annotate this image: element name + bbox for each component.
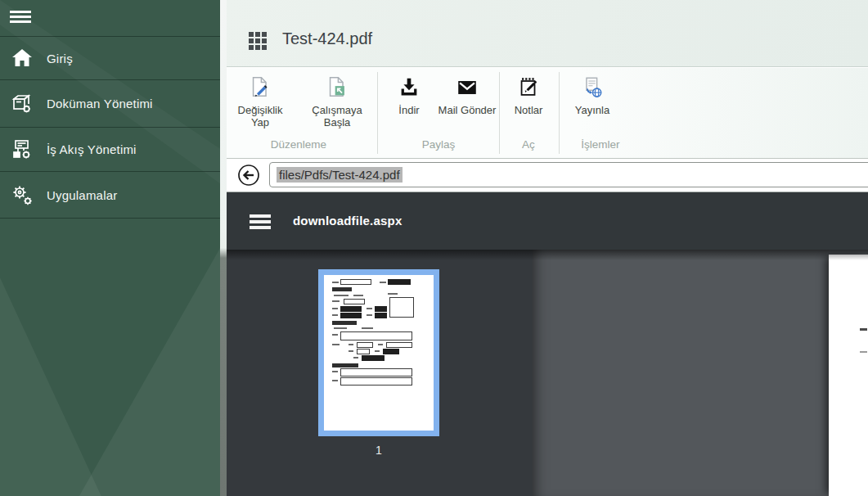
button-label: Çalışmaya Başla [304,104,370,129]
sidebar-item-is-akis-yonetimi[interactable]: İş Akış Yönetimi [0,127,220,171]
group-label-duzenleme: Düzenleme [250,138,348,151]
indir-button[interactable]: İndir [380,73,438,148]
mail-gonder-button[interactable]: Mail Gönder [434,73,500,148]
pdf-viewer-header: downloadfile.aspx [227,192,868,250]
url-input[interactable]: files/Pdfs/Test-424.pdf [269,162,868,187]
sidebar-item-label: Giriş [47,52,73,65]
document-title: Test-424.pdf [282,29,372,48]
notlar-button[interactable]: Notlar [500,73,557,148]
button-label: Değişiklik Yap [227,104,293,129]
edit-document-icon [248,75,272,100]
page-thumbnail-selected[interactable] [318,269,439,436]
pdf-viewer: downloadfile.aspx 1 [227,192,868,496]
document-header: Test-424.pdf [227,0,868,67]
sidebar-item-label: Doküman Yönetimi [47,97,153,110]
sidebar-item-label: Uygulamalar [47,188,117,202]
document-page-edge [829,255,868,496]
calismaya-basla-button[interactable]: Çalışmaya Başla [304,73,370,148]
checkout-document-icon [325,75,349,100]
apps-grid-icon[interactable] [249,32,267,50]
home-icon [9,45,35,71]
thumbnail-panel: 1 [227,250,533,496]
download-icon [397,75,421,100]
sidebar-menu-icon[interactable] [10,11,31,25]
sidebar: Giriş Doküman Yönetimi [0,0,220,496]
sidebar-item-uygulamalar[interactable]: Uygulamalar [0,171,220,219]
button-label: Notlar [500,104,557,116]
publish-icon [580,75,605,100]
button-label: Mail Gönder [434,104,500,116]
sidebar-nav: Giriş Doküman Yönetimi [0,36,220,219]
url-bar: files/Pdfs/Test-424.pdf [227,159,868,192]
button-label: Yayınla [560,104,625,116]
toolbar-separator [377,72,378,154]
back-arrow-icon[interactable] [237,164,260,187]
app-window: Giriş Doküman Yönetimi [0,0,868,496]
document-canvas[interactable] [533,250,829,496]
sidebar-item-giris[interactable]: Giriş [0,36,220,79]
button-label: İndir [380,104,438,116]
page-thumbnail-preview [324,275,434,431]
sidebar-content-divider [220,0,227,496]
url-input-selected-text: files/Pdfs/Test-424.pdf [277,167,403,183]
notes-icon [516,75,541,100]
applications-icon [9,182,35,208]
yayinla-button[interactable]: Yayınla [560,73,625,148]
ribbon-toolbar: Değişiklik Yap Çalışmaya Başla İndir [227,68,868,159]
mail-icon [455,75,479,100]
degisiklik-yap-button[interactable]: Değişiklik Yap [227,73,293,148]
thumbnail-page-number: 1 [318,444,439,457]
group-label-paylas: Paylaş [389,138,488,151]
document-management-icon [9,91,35,117]
pdf-viewer-title: downloadfile.aspx [293,214,402,228]
pdf-viewer-body: 1 [227,250,868,496]
pdf-viewer-menu-icon[interactable] [250,214,271,232]
workflow-icon [9,137,35,163]
sidebar-item-dokuman-yonetimi[interactable]: Doküman Yönetimi [0,79,220,127]
group-label-islemler: İşlemler [560,138,641,151]
sidebar-item-label: İş Akış Yönetimi [47,142,137,156]
